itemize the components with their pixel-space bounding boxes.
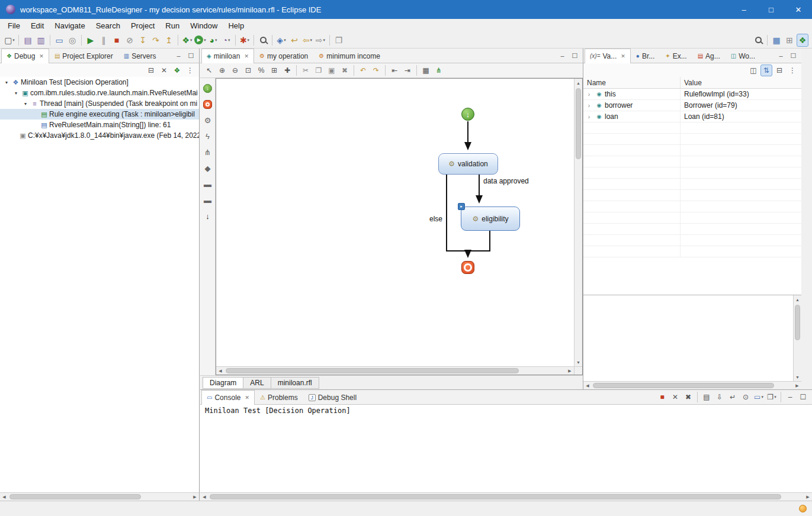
horizontal-scrollbar[interactable]: ◀ ▶ bbox=[200, 492, 812, 501]
transition-tool[interactable]: ↓ bbox=[203, 211, 213, 221]
paste-button[interactable]: ▣ bbox=[326, 64, 338, 76]
new-wizard-button[interactable]: ▢▾ bbox=[4, 34, 15, 47]
open-perspective-button[interactable]: ⊞ bbox=[784, 34, 795, 47]
scrollbar-thumb[interactable] bbox=[593, 383, 774, 388]
start-node[interactable]: ↓ bbox=[461, 108, 474, 121]
grid-button[interactable]: ▦ bbox=[420, 64, 432, 76]
zoom-out-button[interactable]: ⊖ bbox=[229, 64, 241, 76]
scrollbar-thumb[interactable] bbox=[210, 494, 781, 499]
branch-node-tool[interactable]: ◆ bbox=[203, 163, 213, 173]
scroll-right-icon[interactable]: ▶ bbox=[191, 493, 199, 501]
close-icon[interactable]: ✕ bbox=[39, 53, 44, 59]
tab-diagram[interactable]: Diagram bbox=[203, 377, 243, 389]
coverage-button[interactable]: ◕▾ bbox=[207, 34, 219, 47]
menu-navigate[interactable]: Navigate bbox=[49, 20, 90, 31]
table-row[interactable] bbox=[583, 224, 801, 235]
menu-run[interactable]: Run bbox=[160, 20, 185, 31]
minimize-view-button[interactable]: – bbox=[174, 50, 184, 61]
open-console-button[interactable]: ▭ bbox=[53, 34, 65, 47]
profile-button[interactable]: ◔▾ bbox=[220, 34, 232, 47]
step-return-button[interactable]: ↥ bbox=[163, 34, 175, 47]
tree-item-stack-frame-current[interactable]: ▤ Rule engine executing (Task : miniloan… bbox=[0, 109, 199, 120]
start-node-tool[interactable]: ↓ bbox=[203, 83, 213, 93]
end-node-tool[interactable] bbox=[203, 99, 213, 109]
close-icon[interactable]: ✕ bbox=[244, 53, 249, 59]
menu-help[interactable]: Help bbox=[223, 20, 249, 31]
menu-edit[interactable]: Edit bbox=[25, 20, 49, 31]
cut-button[interactable]: ✂ bbox=[300, 64, 312, 76]
quick-search-button[interactable] bbox=[752, 34, 764, 47]
maximize-view-button[interactable]: ☐ bbox=[797, 391, 809, 403]
back-button[interactable]: ⇦▾ bbox=[301, 34, 313, 47]
minimize-view-button[interactable]: – bbox=[557, 50, 567, 61]
perspective-grid-button[interactable]: ▦ bbox=[771, 34, 782, 47]
tab-miniloan[interactable]: ◈ miniloan ✕ bbox=[201, 49, 254, 63]
minimize-view-button[interactable]: – bbox=[784, 391, 796, 403]
step-into-button[interactable]: ↧ bbox=[137, 34, 149, 47]
tab-arl[interactable]: ARL bbox=[243, 377, 271, 389]
tab-console[interactable]: ▭ Console ✕ bbox=[201, 390, 255, 405]
maximize-view-button[interactable]: ☐ bbox=[788, 50, 798, 61]
zoom-in-button[interactable]: ⊕ bbox=[216, 64, 228, 76]
task-tool[interactable]: ⚙ bbox=[203, 115, 213, 125]
table-row-borrower[interactable]: ›◉borrower Borrower (id=79) bbox=[583, 100, 801, 111]
tree-item-jvm[interactable]: ▣ C:¥x¥Java¥jdk1.8.0_144¥bin¥javaw.exe (… bbox=[0, 130, 199, 141]
show-logical-structure-button[interactable]: ◫ bbox=[747, 64, 759, 76]
clear-console-button[interactable]: ▤ bbox=[701, 391, 712, 403]
annotations-button[interactable]: ◈▾ bbox=[275, 34, 287, 47]
scroll-left-icon[interactable]: ◀ bbox=[216, 367, 224, 375]
scroll-up-icon[interactable]: ▲ bbox=[794, 295, 802, 304]
tab-debug[interactable]: ❖ Debug ✕ bbox=[1, 49, 49, 63]
debug-perspective-button[interactable]: ❖ bbox=[797, 34, 808, 47]
scrollbar-track[interactable] bbox=[592, 382, 793, 389]
scroll-left-icon[interactable]: ◀ bbox=[200, 493, 208, 501]
tree-item-process[interactable]: ▾ ▣ com.ibm.rules.studio.rve.launch.main… bbox=[0, 88, 199, 98]
search-button[interactable] bbox=[257, 34, 269, 47]
scroll-down-icon[interactable]: ▼ bbox=[794, 373, 802, 381]
minimize-view-button[interactable]: – bbox=[776, 50, 786, 61]
scrollbar-track[interactable] bbox=[575, 87, 582, 358]
scroll-up-icon[interactable]: ▲ bbox=[575, 79, 583, 87]
marquee-zoom-button[interactable]: ⊡ bbox=[242, 64, 254, 76]
tab-debug-shell[interactable]: J Debug Shell bbox=[303, 390, 362, 404]
display-selected-console-button[interactable]: ▭▾ bbox=[753, 391, 765, 403]
table-row[interactable] bbox=[583, 134, 801, 145]
scroll-down-icon[interactable]: ▼ bbox=[575, 358, 583, 366]
scroll-left-icon[interactable]: ◀ bbox=[583, 382, 592, 390]
show-columns-button[interactable]: ⇅ bbox=[760, 64, 772, 76]
scrollbar-thumb[interactable] bbox=[226, 368, 519, 373]
terminate-button[interactable]: ■ bbox=[111, 34, 123, 47]
expander-icon[interactable]: ▾ bbox=[21, 101, 30, 107]
tree-item-stack-frame[interactable]: ▤ RveRulesetMain.main(String[]) line: 61 bbox=[0, 120, 199, 130]
scrollbar-track[interactable] bbox=[208, 493, 804, 501]
menu-file[interactable]: File bbox=[2, 20, 25, 31]
undo-button[interactable]: ↶ bbox=[357, 64, 369, 76]
auto-layout-button[interactable]: ⋔ bbox=[433, 64, 445, 76]
scrollbar-thumb[interactable] bbox=[9, 494, 141, 499]
disconnect-button[interactable]: ⊘ bbox=[124, 34, 136, 47]
tab-servers[interactable]: ▥ Servers bbox=[118, 49, 162, 63]
variable-detail-pane[interactable]: ▲ ▼ bbox=[583, 295, 801, 381]
step-over-button[interactable]: ↷ bbox=[150, 34, 162, 47]
run-button[interactable]: ▶▾ bbox=[194, 34, 206, 47]
scroll-right-icon[interactable]: ▶ bbox=[793, 382, 801, 390]
suspend-button[interactable]: ∥ bbox=[98, 34, 110, 47]
column-name[interactable]: Name bbox=[583, 77, 681, 88]
menu-search[interactable]: Search bbox=[91, 20, 126, 31]
expander-icon[interactable]: › bbox=[585, 91, 593, 98]
eligibility-task-node[interactable]: ▸ ⚙ eligibility bbox=[461, 207, 520, 231]
remove-all-launches-button[interactable]: ✖ bbox=[682, 391, 694, 403]
scroll-left-icon[interactable]: ◀ bbox=[0, 493, 8, 501]
tab-my-operation[interactable]: ⚙ my operation bbox=[254, 49, 313, 63]
table-row[interactable] bbox=[583, 190, 801, 201]
tab-agenda[interactable]: ▤ Ag... bbox=[692, 49, 726, 63]
close-button[interactable]: ✕ bbox=[785, 0, 812, 19]
close-icon[interactable]: ✕ bbox=[245, 395, 249, 401]
scroll-lock-button[interactable]: ⇩ bbox=[714, 391, 726, 403]
fit-page-button[interactable]: ⊞ bbox=[268, 64, 280, 76]
minimize-button[interactable]: – bbox=[730, 0, 758, 19]
tab-expressions[interactable]: ✦ Ex... bbox=[660, 49, 692, 63]
remove-terminated-button[interactable]: ✕ bbox=[158, 64, 170, 76]
delete-button[interactable]: ✖ bbox=[339, 64, 351, 76]
pan-button[interactable]: ✚ bbox=[281, 64, 293, 76]
